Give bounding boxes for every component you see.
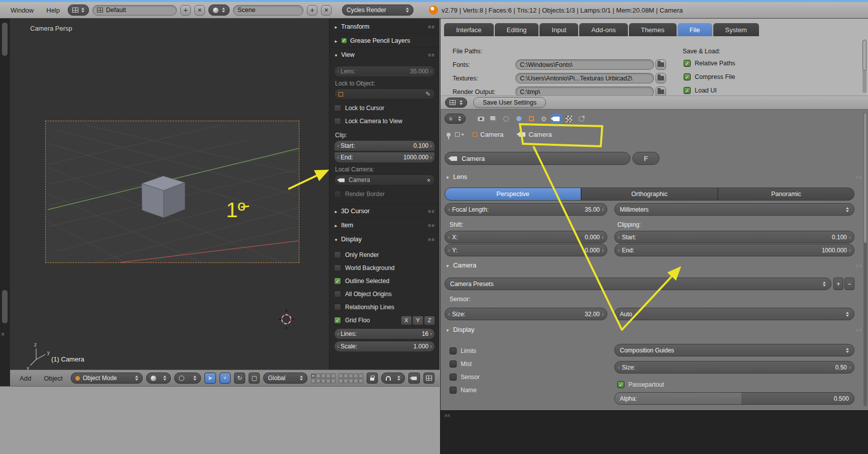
composition-guides-dropdown[interactable]: Composition Guides bbox=[614, 344, 854, 356]
prefs-scrollbar-handle[interactable] bbox=[862, 40, 866, 71]
grid-floor-checkbox[interactable]: Grid Floo X Y Z bbox=[334, 314, 435, 327]
fonts-path-field[interactable]: C:\Windows\Fonts\ bbox=[515, 59, 654, 70]
panel-grip-icon[interactable] bbox=[428, 23, 435, 30]
panel-grip-icon[interactable]: ≡≡ bbox=[445, 413, 451, 418]
tab-interface[interactable]: Interface bbox=[444, 23, 494, 36]
pin-icon[interactable] bbox=[447, 133, 451, 137]
mode-dropdown[interactable]: Object Mode bbox=[71, 373, 143, 384]
lock-object-field[interactable] bbox=[334, 88, 435, 100]
textures-browse-button[interactable] bbox=[656, 73, 666, 83]
scene-name-field[interactable]: Scene bbox=[233, 5, 303, 16]
add-preset-button[interactable]: + bbox=[833, 278, 843, 290]
increase-arrow-icon[interactable] bbox=[430, 330, 432, 337]
lock-to-cursor-checkbox[interactable]: Lock to Cursor bbox=[334, 102, 435, 115]
tab-system[interactable]: System bbox=[713, 23, 759, 36]
camera-border[interactable] bbox=[45, 121, 299, 263]
render-tab-icon[interactable] bbox=[476, 114, 486, 124]
manipulator-pointer-button[interactable]: ➤ bbox=[204, 373, 215, 384]
panel-grip-icon[interactable] bbox=[428, 208, 435, 215]
panel-header-grease-pencil[interactable]: Grease Pencil Layers bbox=[334, 34, 435, 47]
load-ui-checkbox[interactable]: Load UI bbox=[684, 87, 717, 94]
shift-y-field[interactable]: Y: 0.000 bbox=[445, 244, 607, 256]
increase-arrow-icon[interactable] bbox=[602, 247, 604, 254]
sensor-fit-dropdown[interactable]: Auto bbox=[614, 308, 854, 320]
orthographic-button[interactable]: Orthographic bbox=[581, 188, 718, 201]
breadcrumb-object[interactable]: Camera bbox=[473, 131, 503, 138]
relative-paths-checkbox[interactable]: Relative Paths bbox=[684, 60, 735, 67]
delete-layout-button[interactable]: × bbox=[194, 5, 205, 16]
world-tab-icon[interactable] bbox=[513, 114, 524, 124]
tab-addons[interactable]: Add-ons bbox=[579, 23, 627, 36]
editor-type-button[interactable] bbox=[68, 5, 89, 16]
increase-arrow-icon[interactable] bbox=[849, 247, 851, 254]
panel-header-view[interactable]: View bbox=[334, 48, 435, 61]
constraints-tab-icon[interactable] bbox=[538, 114, 549, 124]
grid-y-button[interactable]: Y bbox=[412, 316, 423, 325]
tab-themes[interactable]: Themes bbox=[629, 23, 677, 36]
panel-grip-icon[interactable] bbox=[855, 261, 862, 269]
browse-id-button[interactable] bbox=[455, 132, 464, 137]
render-output-browse-button[interactable] bbox=[656, 86, 666, 96]
3d-viewport[interactable]: z y x Camera Persp (1) Camera Transform … bbox=[10, 19, 440, 370]
left-scroll-handle[interactable] bbox=[2, 290, 8, 323]
object-data-tab-icon[interactable] bbox=[551, 114, 562, 124]
physics-tab-icon[interactable] bbox=[576, 114, 587, 124]
prefs-scrollbar[interactable] bbox=[862, 40, 866, 93]
increase-arrow-icon[interactable] bbox=[430, 154, 432, 161]
layers-group-2[interactable] bbox=[339, 374, 363, 383]
props-scrollbar[interactable] bbox=[863, 113, 867, 406]
lock-to-scene-button[interactable] bbox=[367, 373, 378, 384]
panel-grip-icon[interactable] bbox=[428, 222, 435, 229]
editor-type-button[interactable] bbox=[445, 98, 467, 108]
panel-grip-icon[interactable] bbox=[428, 236, 435, 243]
panel-header-transform[interactable]: Transform bbox=[334, 20, 435, 33]
left-scroll-handle[interactable] bbox=[2, 23, 8, 56]
render-border-checkbox[interactable]: Render Border bbox=[334, 188, 435, 201]
shift-x-field[interactable]: X: 0.000 bbox=[445, 231, 607, 243]
grid-lines-field[interactable]: Lines: 16 bbox=[334, 328, 435, 339]
render-engine-dropdown[interactable]: Cycles Render bbox=[342, 5, 413, 16]
manipulator-scale-button[interactable]: ▢ bbox=[249, 373, 260, 384]
eyedropper-icon[interactable] bbox=[425, 90, 430, 98]
sensor-size-field[interactable]: Size: 32.00 bbox=[445, 308, 607, 320]
world-background-checkbox[interactable]: World Background bbox=[334, 261, 435, 275]
scene-tab-icon[interactable] bbox=[501, 114, 511, 124]
limits-checkbox[interactable]: Limits bbox=[450, 344, 476, 357]
outline-selected-checkbox[interactable]: Outline Selected bbox=[334, 275, 435, 288]
remove-preset-button[interactable]: − bbox=[844, 278, 854, 290]
add-scene-button[interactable]: + bbox=[307, 5, 317, 16]
props-scrollbar-handle[interactable] bbox=[863, 113, 867, 243]
render-layers-tab-icon[interactable] bbox=[488, 114, 499, 124]
increase-arrow-icon[interactable] bbox=[602, 206, 604, 213]
save-user-settings-button[interactable]: Save User Settings bbox=[473, 97, 546, 108]
panel-grip-icon[interactable] bbox=[855, 173, 862, 180]
passepartout-checkbox[interactable]: Passepartout bbox=[617, 378, 664, 391]
fonts-browse-button[interactable] bbox=[656, 59, 666, 70]
increase-arrow-icon[interactable] bbox=[849, 364, 851, 371]
layers-widget[interactable] bbox=[311, 374, 363, 383]
editor-type-button[interactable]: ≡ bbox=[445, 114, 466, 124]
clip-start-field[interactable]: Start: 0.100 bbox=[614, 231, 854, 243]
perspective-button[interactable]: Perspective bbox=[445, 188, 581, 201]
datablock-name-field[interactable]: Camera bbox=[445, 152, 630, 165]
alpha-slider[interactable]: Alpha: 0.500 bbox=[614, 392, 854, 405]
add-layout-button[interactable]: + bbox=[180, 5, 191, 16]
snap-dropdown[interactable] bbox=[381, 373, 405, 384]
tab-input[interactable]: Input bbox=[539, 23, 578, 36]
tab-editing[interactable]: Editing bbox=[495, 23, 539, 36]
panel-header-display[interactable]: Display bbox=[334, 233, 435, 245]
render-output-field[interactable]: C:\tmp\ bbox=[515, 86, 654, 96]
panel-header-lens[interactable]: Lens bbox=[446, 173, 862, 180]
panel-header-display[interactable]: Display bbox=[446, 326, 862, 333]
clip-start-field[interactable]: Start: 0.100 bbox=[334, 140, 435, 151]
increase-arrow-icon[interactable] bbox=[849, 234, 851, 241]
menu-add[interactable]: Add bbox=[15, 375, 36, 382]
screen-layout-field[interactable]: Default bbox=[92, 5, 177, 16]
mist-checkbox[interactable]: Mist bbox=[450, 357, 472, 371]
scene-browse-button[interactable] bbox=[208, 5, 230, 16]
breadcrumb-data[interactable]: Camera bbox=[519, 131, 552, 138]
3d-cursor[interactable] bbox=[279, 309, 294, 329]
panel-header-item[interactable]: Item bbox=[334, 219, 435, 231]
lock-camera-to-view-checkbox[interactable]: Lock Camera to View bbox=[334, 115, 435, 128]
object-tab-icon[interactable] bbox=[526, 114, 536, 124]
